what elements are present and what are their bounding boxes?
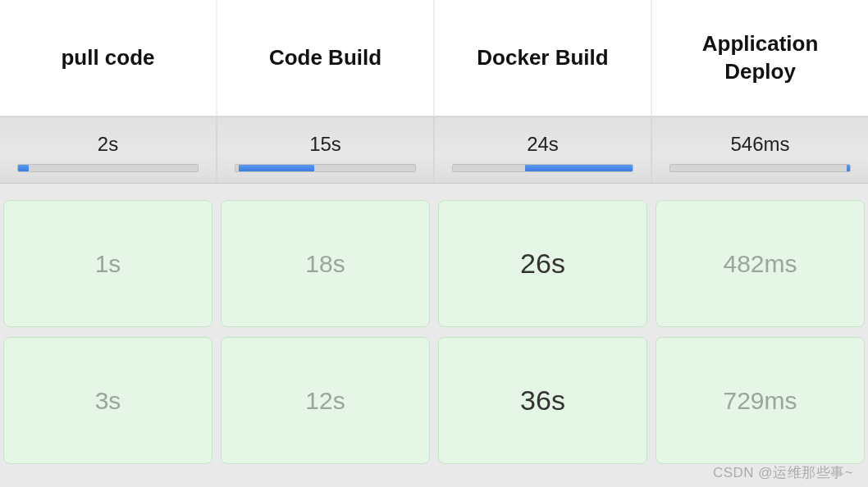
pipeline-stage-view: pull code Code Build Docker Build Applic… [0,0,868,487]
stage-average-cell: 24s [433,117,651,183]
stage-average-cell: 2s [0,117,216,183]
stage-cell[interactable]: 3s [3,337,212,464]
stage-progress-track [452,164,633,172]
stage-average-row: 2s 15s 24s 546ms [0,116,868,184]
stage-average-duration: 546ms [730,133,789,156]
stage-header-row: pull code Code Build Docker Build Applic… [0,0,868,116]
stage-header: pull code [0,0,216,116]
stage-header: Application Deploy [651,0,868,116]
stage-average-cell: 15s [216,117,433,183]
pipeline-run-row: 3s 12s 36s 729ms [0,332,868,469]
stage-average-duration: 2s [98,133,118,156]
stage-header: Docker Build [433,0,651,116]
stage-progress-fill [239,165,314,171]
stage-cell[interactable]: 1s [3,200,212,327]
stage-cell[interactable]: 12s [221,337,430,464]
stage-average-duration: 15s [309,133,341,156]
stage-average-cell: 546ms [651,117,868,183]
stage-cell[interactable]: 18s [221,200,430,327]
stage-cell[interactable]: 482ms [656,200,865,327]
stage-cell[interactable]: 26s [438,200,647,327]
stage-progress-fill [18,165,29,171]
stage-header: Code Build [216,0,433,116]
stage-progress-track [235,164,416,172]
stage-progress-fill [847,165,850,171]
stage-average-duration: 24s [527,133,559,156]
stage-cell[interactable]: 729ms [656,337,865,464]
stage-progress-fill [525,165,633,171]
pipeline-run-row: 1s 18s 26s 482ms [0,195,868,332]
stage-progress-track [17,164,199,172]
stage-progress-track [669,164,851,172]
stage-cell[interactable]: 36s [438,337,647,464]
